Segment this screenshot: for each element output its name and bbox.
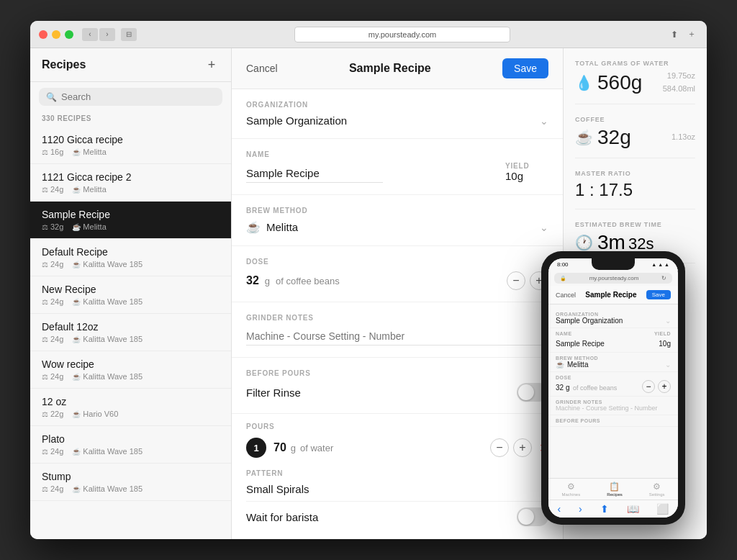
recipe-item[interactable]: 12 oz ⚖ 22g ☕ Hario V60	[30, 389, 231, 426]
recipe-item[interactable]: Default Recipe ⚖ 24g ☕ Kalitta Wave 185	[30, 239, 231, 276]
url-bar[interactable]: my.poursteady.com	[294, 27, 510, 42]
ratio-label: MASTER RATIO	[575, 170, 695, 177]
recipe-dose: 24g	[50, 297, 63, 306]
recipe-meta: ⚖ 24g ☕ Kalitta Wave 185	[42, 484, 220, 493]
grinder-input[interactable]	[246, 328, 548, 346]
phone-before-pours-field: BEFORE POURS	[548, 415, 678, 427]
back-button[interactable]: ‹	[82, 28, 98, 41]
phone-dose-row: 32 g of coffee beans − +	[556, 380, 671, 393]
phone-nav-recipes[interactable]: 📋 Recipes	[607, 482, 623, 497]
search-icon: 🔍	[46, 92, 57, 102]
dose-suffix: of coffee beans	[276, 276, 340, 286]
phone-nav-machines[interactable]: ⚙ Machines	[561, 482, 580, 497]
recipe-brewer-meta: ☕ Hario V60	[72, 410, 118, 418]
recipe-name: 12 oz	[42, 396, 220, 407]
phone-bookmarks-icon[interactable]: 📖	[627, 503, 639, 515]
phone-dose-increment[interactable]: +	[658, 380, 671, 393]
dose-icon: ⚖	[42, 298, 48, 306]
recipe-name: Wow recipe	[42, 358, 220, 370]
pattern-value: Small Spirals	[246, 483, 309, 495]
recipe-meta: ⚖ 32g ☕ Melitta	[42, 222, 220, 231]
share-icon[interactable]: ⬆	[668, 28, 681, 41]
forward-button[interactable]: ›	[99, 28, 115, 41]
phone-name-yield-row: NAME Sample Recipe YIELD 10g	[556, 331, 671, 349]
recipe-item[interactable]: New Recipe ⚖ 24g ☕ Kalitta Wave 185	[30, 276, 231, 314]
phone-forward-icon[interactable]: ›	[579, 503, 582, 515]
recipe-brewer: Kalitta Wave 185	[83, 335, 143, 343]
recipe-item[interactable]: Wow recipe ⚖ 24g ☕ Kalitta Wave 185	[30, 351, 231, 389]
name-input[interactable]	[246, 164, 383, 183]
cancel-button[interactable]: Cancel	[246, 63, 278, 74]
phone-brew-dropdown[interactable]: ⌄	[665, 361, 671, 369]
phone-dose-decrement[interactable]: −	[642, 380, 655, 393]
grinder-label: GRINDER NOTES	[246, 314, 548, 322]
organization-row: Sample Organization ⌄	[246, 114, 548, 127]
pour-decrement-button[interactable]: −	[490, 438, 509, 457]
panel-body: ORGANIZATION Sample Organization ⌄ NAME	[232, 89, 563, 539]
recipe-list: 1120 Gicca recipe ⚖ 16g ☕ Melitta 1121 G…	[30, 127, 231, 539]
phone-yield-value: 10g	[659, 340, 671, 348]
organization-section: ORGANIZATION Sample Organization ⌄	[232, 89, 563, 139]
dose-icon: ⚖	[42, 373, 48, 381]
recipe-item[interactable]: 1120 Gicca recipe ⚖ 16g ☕ Melitta	[30, 127, 231, 164]
search-input[interactable]	[61, 91, 215, 102]
minimize-traffic-light[interactable]	[52, 30, 60, 39]
recipe-item[interactable]: 1121 Gicca recipe 2 ⚖ 24g ☕ Melitta	[30, 164, 231, 202]
title-bar-right: ⬆ ＋	[668, 28, 698, 41]
brew-method-section: BREW METHOD ☕ Melitta ⌄	[232, 195, 563, 246]
pour-unit: g	[291, 443, 296, 453]
recipe-dose-meta: ⚖ 24g	[42, 335, 63, 343]
phone-action-bar: ‹ › ⬆ 📖 ⬜	[548, 500, 678, 518]
pours-section: POURS 1 70 g of water − +	[232, 414, 563, 535]
recipe-name: Stump	[42, 471, 220, 482]
organization-dropdown-icon[interactable]: ⌄	[540, 115, 548, 127]
recipe-meta: ⚖ 16g ☕ Melitta	[42, 148, 220, 156]
recipe-brewer: Melitta	[83, 148, 106, 156]
recipe-item[interactable]: Default 12oz ⚖ 24g ☕ Kalitta Wave 185	[30, 314, 231, 351]
sidebar-toggle[interactable]: ⊟	[121, 28, 137, 41]
recipe-name: Default 12oz	[42, 321, 220, 333]
recipe-meta: ⚖ 22g ☕ Hario V60	[42, 410, 220, 418]
dose-decrement-button[interactable]: −	[507, 271, 525, 290]
phone-back-icon[interactable]: ‹	[557, 503, 561, 515]
dose-icon: ⚖	[42, 223, 48, 231]
brewer-icon: ☕	[72, 148, 81, 156]
phone-url-bar[interactable]: 🔒 my.poursteady.com ↻	[554, 273, 672, 284]
phone-frame: 8:00 ▲ ▲ ▲ 🔒 my.poursteady.com ↻ Cancel …	[541, 251, 685, 525]
add-recipe-button[interactable]: +	[204, 57, 220, 73]
brew-method-dropdown-icon[interactable]: ⌄	[540, 222, 548, 233]
recipe-item[interactable]: Stump ⚖ 24g ☕ Kalitta Wave 185	[30, 464, 231, 501]
phone-nav-machines-label: Machines	[561, 492, 580, 497]
recipe-brewer-meta: ☕ Kalitta Wave 185	[72, 484, 143, 493]
phone-tabs-icon[interactable]: ⬜	[656, 503, 669, 515]
name-field-wrap: NAME	[246, 150, 494, 183]
pour-increment-button[interactable]: +	[513, 438, 532, 457]
phone-share-icon[interactable]: ⬆	[600, 503, 609, 515]
recipe-item[interactable]: Sample Recipe ⚖ 32g ☕ Melitta	[30, 202, 231, 239]
coffee-stat: COFFEE ☕ 32g 1.13oz	[575, 116, 695, 158]
phone-nav-settings[interactable]: ⚙ Settings	[649, 482, 665, 497]
water-value: 560g	[597, 71, 642, 94]
recipe-meta: ⚖ 24g ☕ Melitta	[42, 185, 220, 194]
filter-rinse-row: Filter Rinse	[246, 383, 548, 402]
phone-before-pours-label: BEFORE POURS	[556, 418, 671, 423]
pour-suffix: of water	[300, 443, 333, 453]
phone-save-button[interactable]: Save	[646, 290, 671, 299]
organization-label: ORGANIZATION	[246, 101, 548, 109]
recipe-name: 1120 Gicca recipe	[42, 134, 220, 145]
recipe-name: New Recipe	[42, 284, 220, 295]
dose-icon: ⚖	[42, 485, 48, 493]
phone-cancel-button[interactable]: Cancel	[556, 292, 576, 299]
phone-yield-wrap: YIELD 10g	[654, 331, 671, 349]
water-label: TOTAL GRAMS OF WATER	[575, 60, 695, 67]
close-traffic-light[interactable]	[39, 30, 48, 39]
save-button[interactable]: Save	[502, 58, 548, 78]
phone-bottom-nav: ⚙ Machines 📋 Recipes ⚙ Settings	[548, 478, 678, 500]
recipe-item[interactable]: Plato ⚖ 24g ☕ Kalitta Wave 185	[30, 426, 231, 464]
add-tab-icon[interactable]: ＋	[685, 28, 698, 41]
phone-org-dropdown[interactable]: ⌄	[665, 317, 671, 325]
brewer-icon: ☕	[72, 410, 81, 418]
brewer-icon: ☕	[72, 485, 81, 493]
maximize-traffic-light[interactable]	[65, 30, 73, 39]
phone-brew-label: BREW METHOD	[556, 356, 671, 361]
